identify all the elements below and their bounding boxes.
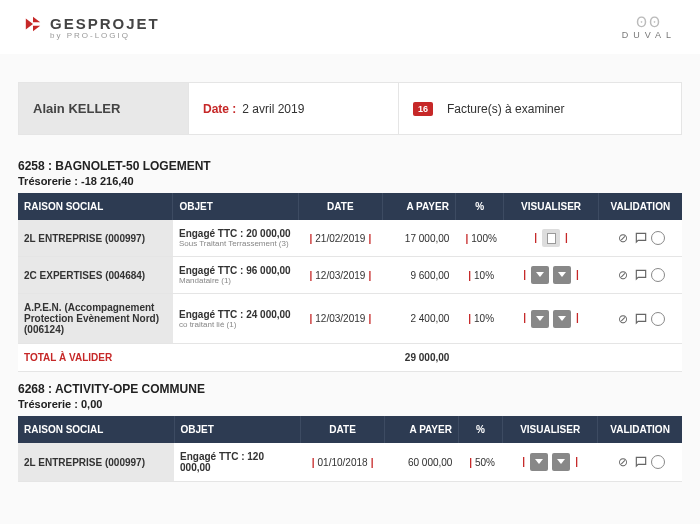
factures-label: Facture(s) à examiner: [447, 102, 564, 116]
factures-cell: 16 Facture(s) à examiner: [399, 83, 681, 134]
view-doc-button[interactable]: [542, 229, 560, 247]
reject-icon[interactable]: ⊘: [615, 267, 631, 283]
comment-icon[interactable]: [633, 267, 649, 283]
col-date: DATE: [299, 193, 382, 220]
brand-name: GESPROJET: [50, 15, 160, 32]
info-bar: Alain KELLER Date : 2 avril 2019 16 Fact…: [18, 82, 682, 135]
total-row: TOTAL À VALIDER29 000,00: [18, 344, 682, 372]
invoice-table: RAISON SOCIALOBJETDATEA PAYER%VISUALISER…: [18, 193, 682, 372]
date-value: 2 avril 2019: [242, 102, 304, 116]
cell-objet: Engagé TTC : 96 000,00Mandataire (1): [173, 257, 299, 294]
date-cell: Date : 2 avril 2019: [189, 83, 399, 134]
col-objet: OBJET: [173, 193, 299, 220]
cell-date: |01/10/2018|: [301, 443, 385, 482]
user-cell: Alain KELLER: [19, 83, 189, 134]
col-raison: RAISON SOCIAL: [18, 416, 174, 443]
brand-mark-icon: [24, 15, 42, 33]
approve-icon[interactable]: [651, 455, 665, 469]
cell-visualiser: ||: [504, 220, 598, 257]
table-row: 2L ENTREPRISE (000997)Engagé TTC : 120 0…: [18, 443, 682, 482]
cell-apayer: 2 400,00: [382, 294, 455, 344]
table-row: 2C EXPERTISES (004684)Engagé TTC : 96 00…: [18, 257, 682, 294]
cell-pct: |10%: [455, 257, 504, 294]
col-raison: RAISON SOCIAL: [18, 193, 173, 220]
cell-raison: 2C EXPERTISES (004684): [18, 257, 173, 294]
col-visualiser: VISUALISER: [504, 193, 598, 220]
cell-objet: Engagé TTC : 24 000,00co traitant lié (1…: [173, 294, 299, 344]
approve-icon[interactable]: [651, 268, 665, 282]
project-title: 6268 : ACTIVITY-OPE COMMUNE: [18, 382, 682, 396]
partner-logo: ʘʘ DUVAL: [622, 14, 676, 40]
col-apayer: A PAYER: [382, 193, 455, 220]
partner-mark-icon: ʘʘ: [622, 14, 676, 30]
cell-apayer: 9 600,00: [382, 257, 455, 294]
cell-raison: 2L ENTREPRISE (000997): [18, 220, 173, 257]
total-value: 29 000,00: [382, 344, 455, 372]
factures-count-badge: 16: [413, 102, 433, 116]
cell-raison: 2L ENTREPRISE (000997): [18, 443, 174, 482]
cell-pct: |100%: [455, 220, 504, 257]
cell-pct: |50%: [458, 443, 502, 482]
cell-objet: Engagé TTC : 20 000,00Sous Traitant Terr…: [173, 220, 299, 257]
cell-date: |12/03/2019|: [299, 294, 382, 344]
brand-logo: GESPROJET by PRO-LOGIQ: [24, 15, 160, 40]
reject-icon[interactable]: ⊘: [615, 230, 631, 246]
table-row: 2L ENTREPRISE (000997)Engagé TTC : 20 00…: [18, 220, 682, 257]
project-block: 6268 : ACTIVITY-OPE COMMUNETrésorerie : …: [18, 382, 682, 482]
project-tresorerie: Trésorerie : -18 216,40: [18, 175, 682, 187]
cell-validation: ⊘: [598, 443, 682, 482]
col-objet: OBJET: [174, 416, 301, 443]
col-pct: %: [458, 416, 502, 443]
cell-validation: ⊘: [598, 257, 682, 294]
project-tresorerie: Trésorerie : 0,00: [18, 398, 682, 410]
app-header: GESPROJET by PRO-LOGIQ ʘʘ DUVAL: [0, 0, 700, 54]
cell-apayer: 60 000,00: [385, 443, 459, 482]
download-button[interactable]: [531, 310, 549, 328]
col-visualiser: VISUALISER: [503, 416, 598, 443]
cell-visualiser: ||: [504, 257, 598, 294]
col-apayer: A PAYER: [385, 416, 459, 443]
download-button[interactable]: [552, 453, 570, 471]
col-validation: VALIDATION: [598, 416, 682, 443]
download-button[interactable]: [553, 266, 571, 284]
cell-apayer: 17 000,00: [382, 220, 455, 257]
comment-icon[interactable]: [633, 311, 649, 327]
project-block: 6258 : BAGNOLET-50 LOGEMENTTrésorerie : …: [18, 159, 682, 372]
total-label: TOTAL À VALIDER: [18, 344, 382, 372]
approve-icon[interactable]: [651, 231, 665, 245]
cell-visualiser: ||: [504, 294, 598, 344]
comment-icon[interactable]: [633, 230, 649, 246]
svg-marker-2: [33, 25, 40, 30]
col-pct: %: [455, 193, 504, 220]
partner-name: DUVAL: [622, 30, 676, 40]
approve-icon[interactable]: [651, 312, 665, 326]
reject-icon[interactable]: ⊘: [615, 311, 631, 327]
svg-marker-1: [33, 16, 40, 21]
cell-date: |12/03/2019|: [299, 257, 382, 294]
cell-pct: |10%: [455, 294, 504, 344]
comment-icon[interactable]: [633, 454, 649, 470]
cell-date: |21/02/2019|: [299, 220, 382, 257]
cell-visualiser: ||: [503, 443, 598, 482]
project-title: 6258 : BAGNOLET-50 LOGEMENT: [18, 159, 682, 173]
cell-validation: ⊘: [598, 220, 682, 257]
svg-marker-0: [26, 18, 33, 29]
date-label: Date :: [203, 102, 236, 116]
user-name: Alain KELLER: [33, 101, 120, 116]
cell-validation: ⊘: [598, 294, 682, 344]
cell-objet: Engagé TTC : 120 000,00: [174, 443, 301, 482]
cell-raison: A.P.E.N. (Accompagnement Protection Evèn…: [18, 294, 173, 344]
download-button[interactable]: [553, 310, 571, 328]
col-date: DATE: [301, 416, 385, 443]
col-validation: VALIDATION: [598, 193, 682, 220]
download-button[interactable]: [531, 266, 549, 284]
reject-icon[interactable]: ⊘: [615, 454, 631, 470]
download-button[interactable]: [530, 453, 548, 471]
table-row: A.P.E.N. (Accompagnement Protection Evèn…: [18, 294, 682, 344]
invoice-table: RAISON SOCIALOBJETDATEA PAYER%VISUALISER…: [18, 416, 682, 482]
